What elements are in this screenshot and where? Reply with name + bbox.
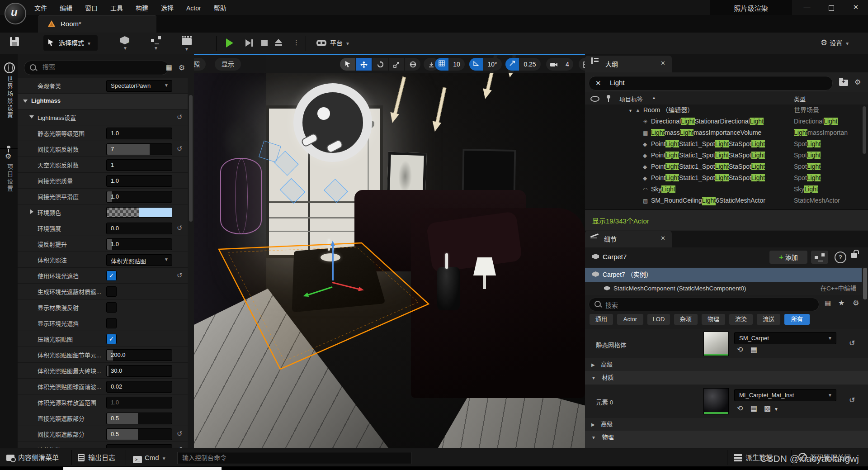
outliner-row[interactable]: ▧SM_RoundCeilingLight6StaticMeshActorSta… — [585, 195, 868, 206]
scale-tool-button[interactable] — [389, 58, 404, 71]
transform-gizmo[interactable] — [332, 244, 333, 280]
filter-tab-LOD[interactable]: LOD — [647, 314, 670, 325]
details-search[interactable]: 搜索 — [589, 298, 819, 311]
world-settings-search[interactable] — [24, 61, 169, 75]
cinematics-dropdown[interactable]: ▼ — [182, 38, 192, 52]
setting-value-input[interactable]: 0.0 — [106, 223, 172, 234]
tab-room[interactable]: Room* — [38, 15, 156, 33]
settings-dropdown[interactable]: ⚙设置▼ — [821, 36, 849, 50]
favorites-star-icon[interactable]: ★ — [838, 299, 844, 307]
content-drawer-button[interactable]: 内容侧滑菜单 — [6, 448, 59, 467]
browse-asset-icon[interactable]: ▤ — [750, 346, 760, 354]
play-button[interactable] — [226, 38, 233, 47]
setting-value-input[interactable]: 0.65 — [106, 444, 172, 448]
outliner-search[interactable]: ✕ — [589, 76, 833, 90]
setting-value-input[interactable]: 1 — [106, 159, 172, 171]
setting-value-input[interactable]: 30.0 — [106, 365, 172, 377]
collapse-icon[interactable] — [23, 100, 28, 103]
advanced-row[interactable]: ▶ 高级 — [585, 358, 868, 371]
play-options-button[interactable]: ⋮ — [293, 38, 300, 47]
browse-asset-icon[interactable]: ▤ — [750, 404, 760, 413]
maximize-viewport-button[interactable] — [579, 58, 585, 71]
stop-button[interactable] — [261, 40, 268, 46]
reset-to-default-icon[interactable]: ↺ — [177, 271, 183, 280]
tab-details[interactable]: 细节 ✕ — [585, 231, 672, 247]
setting-dropdown[interactable]: SpectatorPawn▼ — [106, 80, 172, 92]
setting-checkbox[interactable] — [106, 286, 117, 297]
rotation-snap-icon[interactable] — [469, 58, 483, 71]
color-swatch[interactable] — [106, 207, 172, 218]
blueprint-convert-button[interactable] — [811, 251, 828, 264]
add-actor-dropdown[interactable]: +▼ — [120, 36, 129, 50]
menu-7[interactable]: 帮助 — [208, 0, 233, 15]
close-details-icon[interactable]: ✕ — [660, 235, 665, 242]
console-command-input[interactable]: 输入控制台命令 — [177, 452, 411, 464]
close-outliner-icon[interactable]: ✕ — [660, 60, 665, 66]
scale-snap-value[interactable]: 0.25 — [519, 58, 541, 71]
setting-value-input[interactable]: 1.0 — [106, 191, 172, 203]
texture-checker-icon[interactable]: ▩ — [764, 404, 773, 413]
physics-section-header[interactable]: ▼ 物理 — [585, 431, 868, 448]
setting-value-input[interactable]: 1.0 — [106, 397, 172, 408]
rotate-tool-button[interactable] — [373, 58, 388, 71]
menu-0[interactable]: 文件 — [28, 0, 53, 15]
blueprints-dropdown[interactable]: ▼ — [151, 36, 161, 50]
platform-dropdown[interactable]: 平台▼ — [316, 36, 350, 50]
grid-snap-value[interactable]: 10 — [448, 58, 465, 71]
details-scrollbar[interactable] — [863, 268, 867, 299]
output-log-button[interactable]: 输出日志 — [78, 448, 115, 467]
viewport-show-button[interactable]: 显示 — [215, 58, 241, 71]
mesh-thumbnail[interactable] — [703, 332, 729, 356]
use-selected-icon[interactable]: ⟲ — [737, 404, 746, 413]
rotation-snap-value[interactable]: 10° — [483, 58, 502, 71]
material-section-header[interactable]: ▼ 材质 — [585, 371, 868, 385]
scale-snap-icon[interactable] — [505, 58, 519, 71]
move-tool-button[interactable] — [356, 58, 372, 71]
camera-speed-icon[interactable] — [546, 58, 561, 71]
setting-dropdown[interactable]: 体积光照贴图▼ — [106, 254, 172, 266]
grid-snap-icon[interactable] — [435, 58, 448, 71]
restore-button[interactable] — [825, 3, 838, 13]
chevron-down-icon[interactable]: ▼ — [774, 405, 783, 413]
menu-5[interactable]: 选择 — [155, 0, 180, 15]
setting-value-input[interactable]: 1.0 — [106, 128, 172, 139]
filter-tab-所有[interactable]: 所有 — [784, 314, 810, 325]
filter-tab-物理[interactable]: 物理 — [702, 314, 725, 325]
setting-checkbox[interactable]: ✓ — [106, 271, 117, 281]
component-tree-child[interactable]: StaticMeshComponent (StaticMeshComponent… — [585, 282, 868, 295]
outliner-row[interactable]: ◆PointLightStatic1_SpotLightStaSpotLight… — [585, 150, 868, 161]
add-component-button[interactable]: +添加 — [769, 251, 807, 264]
close-button[interactable]: ✕ — [849, 3, 863, 13]
menu-3[interactable]: 工具 — [104, 0, 129, 15]
reset-to-default-icon[interactable]: ↺ — [177, 113, 183, 121]
outliner-settings-icon[interactable]: ⚙ — [854, 78, 861, 86]
outliner-row[interactable]: ◆PointLightStatic1_SpotLightStaSpotLight… — [585, 161, 868, 172]
outliner-row[interactable]: ☀DirectionalLightStationarDirectionalLig… — [585, 116, 868, 127]
setting-checkbox[interactable]: ✓ — [106, 334, 117, 344]
menu-4[interactable]: 构建 — [129, 0, 155, 15]
reset-to-default-icon[interactable]: ↺ — [177, 224, 183, 232]
setting-value-input[interactable]: 0.5 — [106, 413, 172, 424]
outliner-row[interactable]: ◆PointLightStatic1_SpotLightStaSpotLight… — [585, 172, 868, 184]
skip-button[interactable] — [245, 39, 251, 47]
camera-speed-value[interactable]: 4 — [561, 58, 573, 71]
setting-value-input[interactable]: 0.5 — [106, 428, 172, 440]
unreal-logo-icon[interactable]: u — [5, 3, 26, 24]
details-settings-icon[interactable]: ⚙ — [853, 299, 859, 307]
material-thumbnail[interactable] — [703, 388, 729, 414]
outliner-scrollbar[interactable] — [863, 106, 866, 154]
advanced-row[interactable]: ▶ 高级 — [585, 418, 868, 431]
menu-2[interactable]: 窗口 — [79, 0, 104, 15]
create-folder-icon[interactable] — [839, 80, 848, 86]
clear-search-icon[interactable]: ✕ — [595, 79, 601, 87]
menu-6[interactable]: Actor — [180, 1, 208, 15]
component-tree-root-selected[interactable]: Carpet7 （实例） — [585, 268, 862, 282]
reset-to-default-icon[interactable]: ↺ — [177, 430, 183, 438]
outliner-row[interactable]: ◆PointLightStatic1_SpotLightStaSpotLight… — [585, 138, 868, 150]
outliner-row[interactable]: ◠SkyLightSkyLight — [585, 184, 868, 195]
world-local-toggle[interactable] — [405, 58, 420, 71]
eject-button[interactable] — [275, 39, 282, 43]
reset-icon[interactable]: ↺ — [849, 339, 858, 347]
minimize-button[interactable]: — — [800, 3, 814, 13]
outliner-row[interactable]: ▼▲Room （编辑器）世界场景 — [585, 104, 868, 116]
